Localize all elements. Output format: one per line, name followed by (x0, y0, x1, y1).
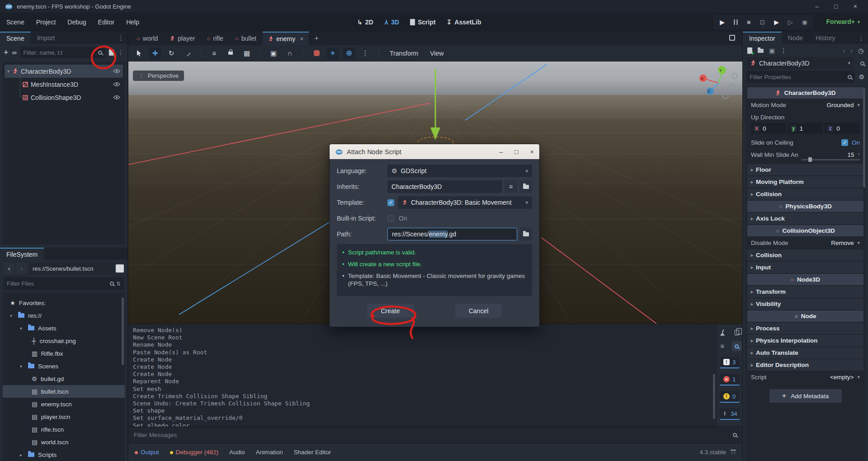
browse-path-icon[interactable] (519, 228, 532, 240)
fs-crosshair-png[interactable]: ┼crosshair.png (3, 334, 125, 347)
nav-back-button[interactable]: ‹ (4, 263, 14, 274)
visibility-eye-icon[interactable] (113, 68, 120, 75)
file-info-button[interactable] (116, 264, 124, 273)
fold-input[interactable]: ▸Input (747, 262, 863, 273)
snap-magnet-icon[interactable]: ∩ (284, 47, 296, 59)
group-icon[interactable]: ▦ (241, 47, 253, 59)
bottom-tab-audio[interactable]: Audio (229, 449, 245, 456)
workspace-script[interactable]: Script (410, 19, 436, 26)
section-collisionobject3d[interactable]: ○CollisionObject3D (747, 225, 863, 236)
scene-filter[interactable] (20, 47, 106, 58)
dialog-minimize-button[interactable]: – (500, 148, 503, 155)
tab-rifle[interactable]: ○rifle (201, 32, 228, 45)
new-resource-icon[interactable] (747, 47, 752, 54)
menu-scene[interactable]: Scene (6, 19, 24, 26)
filesystem-filter[interactable]: ⇅ (4, 277, 124, 290)
expand-bottom-panel-icon[interactable]: ↑↑ (731, 450, 736, 455)
movie-maker-icon[interactable]: ◉ (802, 19, 807, 26)
fold-auto-translate[interactable]: ▸Auto Translate (747, 347, 863, 358)
info-count-badge[interactable]: i34 (720, 408, 740, 420)
dialog-close-button[interactable]: × (530, 148, 534, 155)
pick-class-icon[interactable]: ≡ (505, 180, 517, 193)
error-count-badge[interactable]: ×1 (720, 374, 740, 386)
copy-log-icon[interactable] (732, 328, 742, 338)
prop-wall-min-slide-angle[interactable]: Wall Min Slide An 15° (747, 149, 863, 159)
fs-rifle-tscn[interactable]: ▤rifle.tscn (3, 423, 125, 436)
play-scene-button[interactable]: ▶ (774, 19, 779, 26)
template-checkbox[interactable]: ✓ (387, 199, 394, 206)
collapse-log-icon[interactable]: ≡ (717, 341, 727, 351)
path-input[interactable]: res://Scenes/enemy.gd (387, 228, 517, 240)
log-search-icon[interactable] (732, 341, 742, 351)
mesh-select-icon[interactable]: ▣ (268, 47, 279, 59)
new-scene-tab-button[interactable]: + (310, 34, 323, 42)
fold-floor[interactable]: ▸Floor (747, 164, 863, 175)
close-button[interactable]: × (854, 3, 857, 10)
browse-class-icon[interactable] (519, 180, 532, 193)
fs-assets-folder[interactable]: ▾Assets (3, 322, 125, 334)
fs-player-tscn[interactable]: ▤player.tscn (3, 410, 125, 423)
inspector-filter-input[interactable] (750, 74, 845, 80)
environment-toggle-icon[interactable]: ⊕ (343, 47, 355, 59)
inherits-field[interactable]: CharacterBody3D (387, 180, 502, 193)
open-docs-icon[interactable] (860, 60, 864, 67)
fs-world-tscn[interactable]: ▤world.tscn (3, 436, 125, 448)
select-tool-icon[interactable] (133, 47, 145, 59)
fs-scenes-folder[interactable]: ▾Scenes (3, 360, 125, 372)
fs-enemy-tscn[interactable]: ▤enemy.tscn (3, 398, 125, 410)
move-tool-icon[interactable]: ✛ (149, 47, 161, 59)
maximize-button[interactable]: □ (834, 3, 838, 10)
prop-script[interactable]: Script <empty>▾ (747, 372, 863, 383)
bottom-tab-shader-editor[interactable]: Shader Editor (294, 449, 331, 456)
fs-bullet-gd[interactable]: ⚙bullet.gd (3, 372, 125, 385)
clear-log-icon[interactable] (717, 328, 727, 338)
warning-count-badge[interactable]: !0 (720, 391, 740, 403)
close-tab-icon[interactable]: × (300, 35, 303, 42)
resource-menu-icon[interactable]: ⋮ (780, 47, 787, 54)
fs-bullet-tscn[interactable]: ▤bullet.tscn (3, 385, 125, 398)
workspace-assetlib[interactable]: ↧AssetLib (447, 19, 481, 26)
fold-collision2[interactable]: ▸Collision (747, 249, 863, 261)
menu-project[interactable]: Project (36, 19, 56, 26)
filter-messages-input[interactable] (134, 432, 729, 438)
fs-rifle-fbx[interactable]: ▥Rifle.fbx (3, 347, 125, 360)
fold-axis-lock[interactable]: ▸Axis Lock (747, 213, 863, 224)
vector-x-field[interactable]: x0 (751, 123, 786, 134)
tab-bullet[interactable]: ○bullet (230, 32, 262, 45)
inspector-filter[interactable] (746, 71, 855, 83)
sun-toggle-icon[interactable]: ☀ (327, 47, 339, 59)
list-select-icon[interactable]: ≡ (208, 47, 220, 59)
template-select[interactable]: CharacterBody3D: Basic Movement ▾ (398, 196, 532, 209)
instance-scene-button[interactable]: ∞ (12, 49, 17, 56)
history-forward-icon[interactable]: › (850, 47, 853, 54)
tab-enemy[interactable]: enemy× (263, 32, 309, 45)
filesystem-filter-input[interactable] (7, 280, 108, 287)
tab-import[interactable]: Import (31, 32, 61, 44)
stop-button[interactable]: ■ (747, 19, 750, 26)
history-back-icon[interactable]: ‹ (843, 47, 845, 54)
dialog-maximize-button[interactable]: □ (514, 148, 518, 155)
menu-help[interactable]: Help (126, 19, 139, 26)
bottom-tab-output[interactable]: Output (135, 449, 159, 456)
remote-debug-icon[interactable]: ⊡ (760, 19, 765, 26)
rotate-tool-icon[interactable]: ↻ (165, 47, 177, 59)
fold-moving-platform[interactable]: ▸Moving Platform (747, 176, 863, 188)
language-select[interactable]: ⚙ GDScript ▾ (387, 165, 532, 177)
scene-filter-input[interactable] (24, 49, 96, 56)
wall-angle-slider[interactable] (802, 159, 860, 160)
visibility-eye-icon[interactable] (113, 94, 120, 101)
filesystem-scrollbar[interactable] (122, 297, 124, 365)
sort-files-icon[interactable]: ⇅ (116, 281, 121, 287)
bottom-tab-animation[interactable]: Animation (256, 449, 283, 456)
fold-editor-description[interactable]: ▸Editor Description (747, 359, 863, 371)
pause-button[interactable] (734, 19, 738, 25)
cancel-button[interactable]: Cancel (455, 304, 502, 318)
tab-scene[interactable]: Scene (0, 32, 31, 44)
tab-player[interactable]: player (164, 32, 200, 45)
viewport-options-icon[interactable]: ⋮ (359, 47, 371, 59)
tab-world[interactable]: ○world (131, 32, 163, 45)
visibility-eye-icon[interactable] (113, 81, 120, 88)
transform-menu[interactable]: Transform (386, 50, 422, 57)
play-custom-scene-button[interactable]: ▷ (788, 19, 793, 26)
load-resource-icon[interactable] (758, 49, 764, 53)
